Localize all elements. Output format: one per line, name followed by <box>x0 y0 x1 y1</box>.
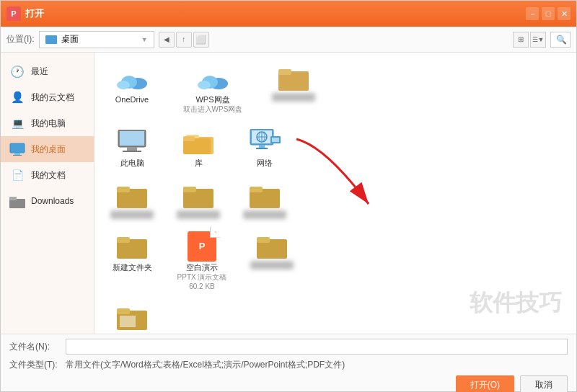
filetype-label: 文件类型(T): <box>9 359 60 371</box>
filename-input[interactable] <box>66 339 568 355</box>
blurred1-name <box>272 93 315 102</box>
file-item-new-folder[interactable]: 新建文件夹 <box>103 229 161 293</box>
wps-cloud-icon-wrap <box>195 64 230 93</box>
file-item-important[interactable]: 重要文件 <box>103 300 161 334</box>
file-row-1: OneDrive WPS网盘 双击进入WPS网盘 <box>103 61 568 117</box>
file-item-this-pc[interactable]: 此电脑 <box>103 125 161 171</box>
sidebar-item-desktop[interactable]: 我的桌面 <box>1 136 94 162</box>
file-item-blurred2[interactable] <box>103 179 161 222</box>
sidebar-item-recent-label: 最近 <box>31 66 48 78</box>
bottom-bar: 文件名(N): 文件类型(T): 常用文件(文字/Word格式;表格/Excel… <box>1 334 576 391</box>
svg-rect-1 <box>14 153 20 155</box>
file-item-blurred5[interactable] <box>243 229 301 293</box>
svg-rect-16 <box>123 151 141 152</box>
file-item-network[interactable]: 网络 <box>236 125 294 171</box>
this-pc-label: 此电脑 <box>120 158 144 168</box>
filename-label: 文件名(N): <box>9 341 60 353</box>
location-box[interactable]: 桌面 ▼ <box>39 31 154 48</box>
onedrive-label: OneDrive <box>115 94 149 104</box>
blurred3-name <box>177 210 220 219</box>
dropdown-arrow-icon: ▼ <box>141 36 148 43</box>
network-label: 网络 <box>257 158 273 168</box>
back-button[interactable]: ◀ <box>159 32 175 48</box>
blurred2-icon <box>115 182 149 210</box>
svg-rect-15 <box>127 147 137 151</box>
list-view-button[interactable]: ☰▼ <box>530 32 546 48</box>
toolbar: 位置(I): 桌面 ▼ ◀ ↑ ⬜ ⊞ ☰▼ 🔍 <box>1 27 576 53</box>
sidebar-item-cloud[interactable]: 👤 我的云文档 <box>1 84 94 110</box>
recent-icon: 🕐 <box>9 63 25 79</box>
sidebar-item-docs[interactable]: 📄 我的文档 <box>1 162 94 188</box>
svg-point-7 <box>117 81 130 89</box>
sidebar-item-downloads[interactable]: Downloads <box>1 188 94 214</box>
filename-row: 文件名(N): <box>9 339 568 355</box>
pc-icon: 💻 <box>9 115 25 131</box>
file-item-blurred3[interactable] <box>169 179 227 222</box>
svg-rect-34 <box>183 187 196 192</box>
pptx-icon-wrap: P <box>185 232 219 261</box>
this-pc-icon <box>115 128 149 156</box>
svg-rect-30 <box>272 138 279 142</box>
title-bar-left: P 打开 <box>6 6 44 21</box>
up-button[interactable]: ↑ <box>176 32 192 48</box>
cloud-docs-icon: 👤 <box>9 89 25 105</box>
dialog-title: 打开 <box>25 7 44 20</box>
sidebar-item-downloads-label: Downloads <box>31 196 74 206</box>
blurred4-icon <box>247 182 282 210</box>
wps-cloud-subtitle: 双击进入WPS网盘 <box>183 104 243 115</box>
search-box[interactable]: 🔍 <box>550 32 571 48</box>
maximize-button[interactable]: □ <box>542 7 555 20</box>
svg-rect-0 <box>10 143 25 153</box>
svg-rect-32 <box>117 187 130 192</box>
filetype-row: 文件类型(T): 常用文件(文字/Word格式;表格/Excel格式;演示/Po… <box>9 359 568 371</box>
file-item-blurred4[interactable] <box>236 179 294 222</box>
close-button[interactable]: ✕ <box>558 7 571 20</box>
wps-cloud-label: WPS网盘 <box>195 94 229 104</box>
blurred5-icon <box>255 232 289 261</box>
library-icon <box>181 128 216 156</box>
new-folder-button[interactable]: ⬜ <box>193 32 209 48</box>
new-folder-label: 新建文件夹 <box>113 262 152 272</box>
location-label: 位置(I): <box>6 33 35 45</box>
file-item-onedrive[interactable]: OneDrive <box>103 61 161 117</box>
library-label: 库 <box>195 158 203 168</box>
pptx-meta1: PPTX 演示文稿 <box>177 272 227 282</box>
nav-buttons: ◀ ↑ ⬜ <box>159 32 209 48</box>
blurred1-icon <box>276 64 311 93</box>
file-item-blurred1[interactable] <box>265 61 322 117</box>
important-folder-icon <box>115 303 149 332</box>
file-item-pptx[interactable]: P 空白演示 PPTX 演示文稿 60.2 KB <box>169 229 234 293</box>
blurred5-name <box>250 261 294 270</box>
svg-rect-27 <box>259 145 265 148</box>
svg-rect-12 <box>278 69 291 75</box>
sidebar-item-pc[interactable]: 💻 我的电脑 <box>1 110 94 136</box>
downloads-folder-icon <box>9 193 25 209</box>
svg-point-10 <box>198 81 211 89</box>
network-icon <box>247 128 282 156</box>
file-item-library[interactable]: 库 <box>169 125 227 171</box>
new-folder-icon <box>115 232 149 261</box>
onedrive-icon-wrap <box>115 64 149 93</box>
sidebar-item-desktop-label: 我的桌面 <box>31 143 66 156</box>
svg-rect-4 <box>9 197 17 200</box>
sidebar: 🕐 最近 👤 我的云文档 💻 我的电脑 <box>1 53 94 334</box>
sidebar-item-recent[interactable]: 🕐 最近 <box>1 58 94 84</box>
title-bar: P 打开 － □ ✕ <box>1 1 576 27</box>
main-area: 🕐 最近 👤 我的云文档 💻 我的电脑 <box>1 53 576 334</box>
svg-rect-44 <box>120 316 136 318</box>
cancel-button[interactable]: 取消 <box>520 375 568 392</box>
search-icon: 🔍 <box>556 35 567 45</box>
file-item-wps-cloud[interactable]: WPS网盘 双击进入WPS网盘 <box>169 61 256 117</box>
open-button[interactable]: 打开(O) <box>456 375 514 392</box>
svg-rect-14 <box>120 131 144 146</box>
svg-rect-20 <box>183 136 195 141</box>
app-icon: P <box>6 6 21 21</box>
svg-rect-40 <box>257 237 270 243</box>
minimize-button[interactable]: － <box>526 7 539 20</box>
file-row-2: 此电脑 库 <box>103 125 568 171</box>
desktop-icon <box>45 35 57 44</box>
sidebar-item-pc-label: 我的电脑 <box>31 117 66 130</box>
filetype-value: 常用文件(文字/Word格式;表格/Excel格式;演示/PowerPoint格… <box>66 359 568 371</box>
grid-view-button[interactable]: ⊞ <box>513 32 529 48</box>
svg-rect-2 <box>13 155 22 156</box>
